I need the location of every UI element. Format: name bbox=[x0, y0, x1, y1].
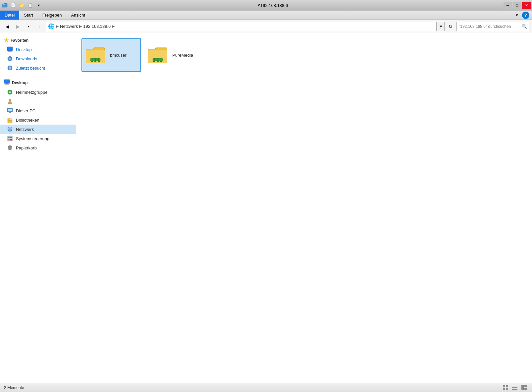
svg-rect-18 bbox=[8, 109, 12, 111]
svg-rect-53 bbox=[160, 61, 162, 62]
svg-point-16 bbox=[9, 99, 11, 102]
svg-point-15 bbox=[9, 91, 11, 93]
tab-datei[interactable]: Datei bbox=[0, 11, 19, 20]
folder-icon-puremedia bbox=[147, 44, 168, 66]
view-tiles-button[interactable] bbox=[520, 384, 528, 391]
path-sep-2: ▶ bbox=[79, 24, 82, 28]
window-title: \\192.168.188.6 bbox=[258, 3, 288, 8]
sidebar-favorites-header: ★ Favoriten bbox=[0, 36, 76, 45]
svg-rect-62 bbox=[524, 385, 527, 387]
svg-rect-56 bbox=[503, 388, 505, 390]
folder-name-bmcuser: bmcuser bbox=[110, 53, 127, 58]
sidebar-item-systemsteuerung[interactable]: Systemsteuerung bbox=[0, 134, 76, 143]
ribbon-right: ▾ ? bbox=[510, 11, 532, 20]
svg-rect-22 bbox=[10, 120, 12, 123]
ribbon-spacer bbox=[90, 11, 510, 20]
desktop-label: Desktop bbox=[16, 47, 32, 52]
favorites-label: Favoriten bbox=[11, 38, 28, 43]
svg-rect-19 bbox=[9, 112, 11, 113]
desktop-section-label: Desktop bbox=[12, 81, 27, 85]
sidebar-item-netzwerk[interactable]: Netzwerk bbox=[0, 125, 76, 134]
svg-rect-3 bbox=[7, 47, 13, 51]
close-button[interactable]: ✕ bbox=[522, 2, 531, 9]
qt-dropdown[interactable]: ▾ bbox=[35, 2, 42, 9]
svg-rect-21 bbox=[8, 120, 10, 123]
svg-rect-44 bbox=[91, 61, 93, 62]
svg-rect-32 bbox=[10, 137, 12, 138]
status-views bbox=[502, 384, 528, 391]
papierkorb-icon bbox=[7, 144, 13, 151]
svg-rect-55 bbox=[506, 385, 508, 387]
sidebar-item-heimnetz[interactable]: Heimnetzgruppe bbox=[0, 87, 76, 97]
sidebar-item-papierkorb[interactable]: Papierkorb bbox=[0, 143, 76, 152]
recent-label: Zuletzt besucht bbox=[16, 66, 45, 71]
svg-rect-63 bbox=[524, 388, 527, 390]
systemsteuerung-icon bbox=[7, 135, 13, 142]
folder-name-puremedia: PureMedia bbox=[172, 53, 193, 58]
svg-rect-33 bbox=[8, 139, 10, 140]
papierkorb-label: Papierkorb bbox=[16, 145, 37, 150]
forward-dropdown-button[interactable]: ▾ bbox=[24, 22, 33, 31]
svg-rect-23 bbox=[8, 118, 10, 120]
sidebar-section-desktop: Desktop Heimnetzgruppe bbox=[0, 78, 76, 152]
sidebar-item-recent[interactable]: Zuletzt besucht bbox=[0, 63, 76, 73]
ribbon-collapse-button[interactable]: ▾ bbox=[513, 11, 521, 19]
view-large-icons-button[interactable] bbox=[502, 384, 509, 391]
downloads-icon bbox=[7, 55, 13, 62]
ribbon-help-button[interactable]: ? bbox=[522, 12, 529, 19]
tab-ansicht[interactable]: Ansicht bbox=[66, 11, 90, 20]
svg-rect-11 bbox=[4, 80, 10, 84]
heimnetz-label: Heimnetzgruppe bbox=[16, 90, 47, 95]
svg-rect-46 bbox=[98, 61, 100, 62]
path-netzwerk[interactable]: Netzwerk bbox=[60, 24, 78, 29]
title-bar-left: 📄 📁 📋 ▾ bbox=[1, 2, 42, 9]
sidebar-item-desktop[interactable]: Desktop bbox=[0, 45, 76, 54]
path-ip[interactable]: 192.168.188.6 bbox=[83, 24, 111, 29]
ribbon: Datei Start Freigeben Ansicht ▾ ? bbox=[0, 11, 532, 20]
recent-icon bbox=[7, 65, 13, 71]
svg-rect-61 bbox=[521, 385, 524, 390]
sidebar-item-user[interactable] bbox=[0, 97, 76, 106]
forward-button[interactable]: ▶ bbox=[13, 22, 23, 31]
address-dropdown-button[interactable]: ▾ bbox=[438, 22, 445, 31]
thispc-icon bbox=[7, 107, 13, 114]
main-area: ★ Favoriten Desktop bbox=[0, 33, 532, 383]
svg-rect-2 bbox=[2, 3, 4, 4]
netzwerk-icon bbox=[7, 126, 13, 133]
qt-new-folder[interactable]: 📄 bbox=[9, 2, 17, 9]
refresh-button[interactable]: ↻ bbox=[446, 22, 455, 31]
folder-item-puremedia[interactable]: PureMedia bbox=[144, 38, 203, 72]
address-path[interactable]: 🌐 ▶ Netzwerk ▶ 192.168.188.6 ▶ bbox=[45, 22, 437, 31]
tab-freigeben[interactable]: Freigeben bbox=[38, 11, 67, 20]
back-button[interactable]: ◀ bbox=[3, 22, 12, 31]
qt-menu[interactable]: 📋 bbox=[27, 2, 34, 9]
path-sep-3: ▶ bbox=[112, 24, 115, 28]
user-icon bbox=[7, 98, 13, 105]
view-details-button[interactable] bbox=[511, 384, 519, 391]
qt-properties[interactable]: 📁 bbox=[18, 2, 25, 9]
maximize-button[interactable]: □ bbox=[513, 2, 521, 9]
sidebar: ★ Favoriten Desktop bbox=[0, 33, 76, 383]
svg-rect-12 bbox=[6, 84, 8, 84]
sidebar-item-downloads[interactable]: Downloads bbox=[0, 54, 76, 63]
network-path-icon: 🌐 bbox=[48, 23, 55, 29]
svg-rect-36 bbox=[9, 145, 11, 146]
svg-rect-51 bbox=[153, 61, 155, 62]
minimize-button[interactable]: ─ bbox=[504, 2, 512, 9]
search-box[interactable]: 🔍 bbox=[456, 22, 529, 31]
title-bar-controls: ─ □ ✕ bbox=[504, 2, 531, 9]
folder-item-bmcuser[interactable]: bmcuser bbox=[81, 38, 141, 72]
star-icon: ★ bbox=[4, 37, 9, 43]
sidebar-item-thispc[interactable]: Dieser PC bbox=[0, 106, 76, 115]
search-input[interactable] bbox=[459, 24, 520, 29]
tab-start[interactable]: Start bbox=[19, 11, 37, 20]
up-button[interactable]: ↑ bbox=[34, 22, 44, 31]
folder-grid: bmcuser bbox=[81, 38, 527, 72]
address-bar: ◀ ▶ ▾ ↑ 🌐 ▶ Netzwerk ▶ 192.168.188.6 ▶ ▾… bbox=[0, 20, 532, 33]
svg-rect-54 bbox=[503, 385, 505, 387]
thispc-label: Dieser PC bbox=[16, 108, 35, 113]
svg-rect-52 bbox=[157, 61, 159, 62]
svg-rect-57 bbox=[506, 388, 508, 390]
app-icon bbox=[1, 2, 8, 9]
sidebar-item-bibliotheken[interactable]: Bibliotheken bbox=[0, 115, 76, 125]
